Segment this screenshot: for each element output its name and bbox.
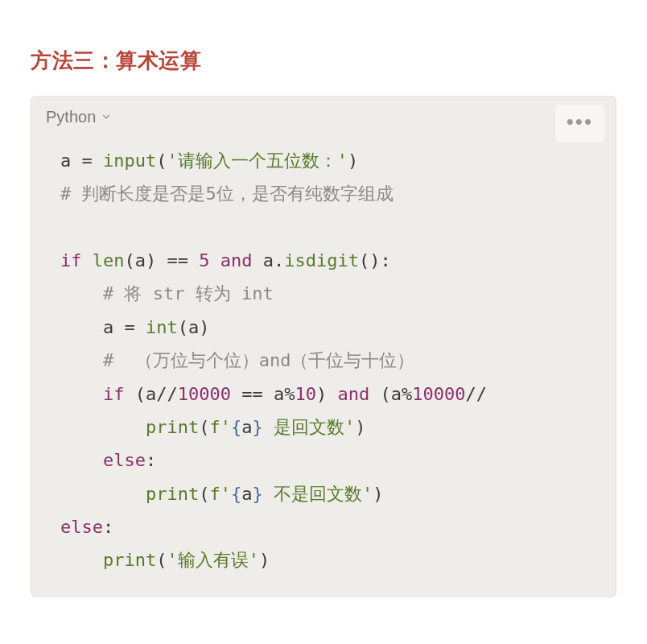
code-token: // — [156, 384, 178, 404]
code-block: Python ••• a = input('请输入一个五位数：') # 判断长度… — [31, 96, 616, 597]
code-token: { — [231, 417, 241, 437]
code-token: print — [103, 550, 156, 570]
code-token — [369, 384, 380, 404]
code-token: else — [103, 450, 146, 470]
language-label: Python — [46, 108, 96, 126]
code-token: int — [146, 317, 178, 337]
code-token: . — [274, 250, 284, 270]
code-token: } — [252, 417, 262, 437]
code-token: # （万位与个位）and（千位与十位） — [103, 350, 414, 370]
code-token: ) — [373, 484, 383, 504]
code-token: ( — [125, 250, 135, 270]
code-token: a — [274, 384, 284, 404]
code-token: ' — [344, 417, 355, 437]
code-token: ( — [135, 384, 146, 404]
code-token: f — [209, 417, 220, 437]
code-token: and — [337, 384, 369, 404]
ellipsis-icon: ••• — [567, 109, 593, 134]
code-token — [60, 484, 146, 504]
code-token: % — [284, 384, 295, 404]
code-token: { — [231, 484, 241, 504]
article-section: 方法三：算术运算 Python ••• a = input('请输入一个五位数：… — [0, 0, 647, 597]
code-token: ' — [220, 484, 231, 504]
code-token: ) — [355, 417, 365, 437]
code-header: Python ••• — [31, 97, 616, 133]
code-token: a — [60, 151, 71, 171]
code-token — [327, 384, 337, 404]
code-token: 不是回文数 — [263, 484, 362, 504]
code-token — [231, 384, 241, 404]
code-token: ) — [146, 250, 156, 270]
code-token: : — [146, 450, 156, 470]
code-token: else — [60, 517, 103, 537]
code-token: ) — [199, 317, 209, 337]
code-token: : — [380, 250, 390, 270]
code-token: a — [241, 417, 252, 437]
code-token: 10 — [295, 384, 316, 404]
code-token — [82, 250, 93, 270]
code-token — [263, 384, 274, 404]
code-token — [60, 317, 103, 337]
code-token: ) — [348, 151, 358, 171]
code-token: ' — [362, 484, 373, 504]
code-token: # 将 str 转为 int — [103, 283, 274, 303]
code-token: # 判断长度是否是5位，是否有纯数字组成 — [60, 184, 394, 204]
code-token — [60, 384, 103, 404]
code-token — [60, 350, 103, 370]
code-token — [156, 250, 167, 270]
code-token: ( — [199, 417, 209, 437]
code-token: ( — [156, 151, 167, 171]
code-token: print — [146, 484, 199, 504]
code-token: == — [241, 384, 263, 404]
code-token — [188, 250, 199, 270]
code-token: % — [402, 384, 412, 404]
code-token — [60, 283, 103, 303]
code-token: ) — [259, 550, 270, 570]
section-heading: 方法三：算术运算 — [31, 47, 616, 75]
code-token: 是回文数 — [263, 417, 344, 437]
chevron-down-icon — [101, 108, 112, 126]
code-token: len — [93, 250, 125, 270]
code-token: a — [241, 484, 252, 504]
code-token: } — [252, 484, 262, 504]
code-token: ( — [359, 250, 369, 270]
code-token: 5 — [199, 250, 209, 270]
code-token: '请输入一个五位数：' — [167, 151, 348, 171]
code-token: 10000 — [178, 384, 231, 404]
code-token: ) — [316, 384, 327, 404]
language-dropdown[interactable]: Python — [46, 108, 112, 126]
code-token: a — [188, 317, 199, 337]
code-token: = — [113, 317, 146, 337]
code-token: ' — [220, 417, 231, 437]
code-token: isdigit — [284, 250, 359, 270]
code-token: and — [220, 250, 253, 270]
code-token — [60, 450, 103, 470]
code-token: a — [391, 384, 402, 404]
code-token — [60, 417, 146, 437]
more-button[interactable]: ••• — [555, 105, 604, 142]
code-token — [253, 250, 263, 270]
code-token: ( — [178, 317, 188, 337]
code-token: a — [135, 250, 146, 270]
code-token: a — [103, 317, 113, 337]
code-token — [124, 384, 134, 404]
code-token: input — [103, 151, 156, 171]
code-token: : — [103, 517, 113, 537]
code-token: print — [146, 417, 199, 437]
code-token: 10000 — [412, 384, 465, 404]
code-content: a = input('请输入一个五位数：') # 判断长度是否是5位，是否有纯数… — [31, 133, 616, 597]
code-token: ( — [156, 550, 167, 570]
code-token: '输入有误' — [167, 550, 259, 570]
code-token: == — [167, 250, 189, 270]
code-token: f — [209, 484, 220, 504]
code-token: ( — [199, 484, 209, 504]
code-token: = — [71, 151, 103, 171]
code-token: ( — [380, 384, 390, 404]
code-token — [60, 550, 103, 570]
code-token: a — [263, 250, 274, 270]
code-token: if — [103, 384, 125, 404]
code-token — [210, 250, 220, 270]
code-token: a — [146, 384, 156, 404]
code-token: // — [465, 384, 487, 404]
code-token: if — [60, 250, 82, 270]
